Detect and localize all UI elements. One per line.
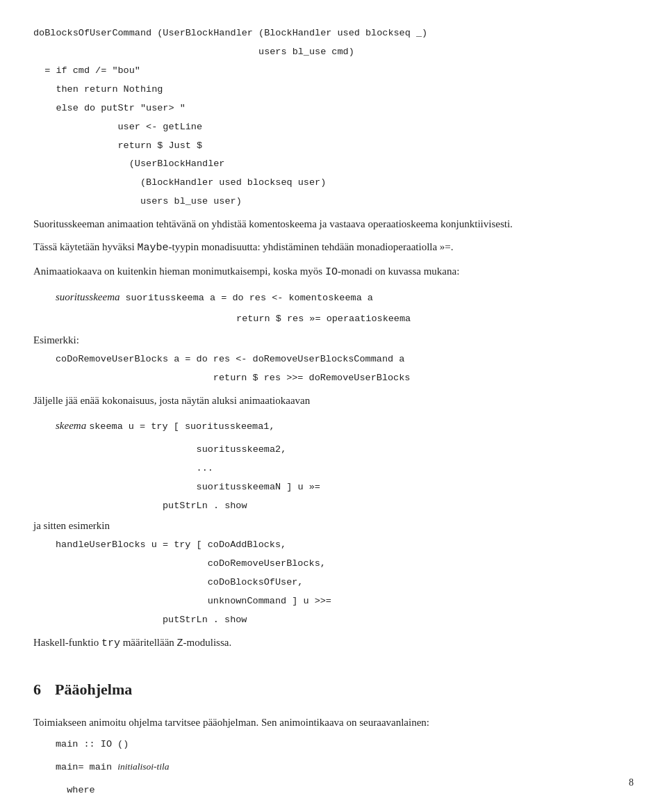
main-line-1: main :: IO () (56, 738, 634, 752)
section-title: Pääohjelma (55, 678, 132, 701)
main-line-2-italic: initialisoi-tila (117, 760, 169, 774)
code-line-5: else do putStr "user> " (33, 102, 634, 116)
haskell-note-start: Haskell-funktio (33, 637, 101, 648)
skeema-section: skeema skeema u = try [ suoritusskeema1,… (56, 416, 634, 514)
schema-section: suoritusskeema suoritusskeema a = do res… (56, 287, 634, 327)
skeema-line-1: skeema u = try [ suoritusskeema1, (89, 420, 274, 435)
paragraph-1: Suoritusskeeman animaation tehtävänä on … (33, 216, 634, 232)
para2-mono: Maybe (138, 242, 169, 254)
skeema-line-5: putStrLn . show (106, 499, 634, 514)
esimerkki-line-2: return $ res >>= doRemoveUserBlocks (56, 371, 634, 386)
haskell-note-mono1: try (101, 638, 120, 649)
esimerkki-label: Esimerkki: (33, 332, 634, 348)
skeema-line-4: suoritusskeemaN ] u »= (106, 480, 634, 495)
handle-code-block: handleUserBlocks u = try [ coDoAddBlocks… (56, 538, 634, 628)
paragraph-2: Tässä käytetään hyväksi Maybe-tyypin mon… (33, 239, 634, 256)
skeema-label: skeema (56, 418, 86, 434)
esimerkki-line-1: coDoRemoveUserBlocks a = do res <- doRem… (56, 352, 634, 367)
para2-text-end: -tyypin monadisuutta: yhdistäminen tehdä… (169, 241, 454, 252)
code-line-4: then return Nothing (33, 83, 634, 97)
skeema-line-3: ... (106, 462, 634, 476)
main-line-2-container: main= main initialisoi-tila (56, 756, 634, 779)
para3-text-start: Animaatiokaava on kuitenkin hieman monim… (33, 266, 325, 277)
code-line-10: users bl_use user) (33, 195, 634, 209)
handle-line-4: unknownCommand ] u >>= (56, 594, 634, 609)
handle-line-3: coDoBlocksOfUser, (56, 576, 634, 590)
code-line-9: (BlockHandler used blockseq user) (33, 176, 634, 190)
haskell-note-mono2: Z (177, 638, 183, 649)
paragraph-3: Animaatiokaava on kuitenkin hieman monim… (33, 263, 634, 280)
section-6-heading: 6 Pääohjelma (33, 678, 634, 708)
code-line-3: = if cmd /= "bou" (33, 64, 634, 79)
main-line-2-start: main= main (56, 761, 117, 775)
code-line-7: return $ Just $ (33, 139, 634, 154)
handle-line-2: coDoRemoveUserBlocks, (56, 557, 634, 571)
code-line-2: users bl_use cmd) (33, 45, 634, 60)
schema-code-2: return $ res »= operaatioskeema (124, 314, 411, 324)
paragraph-4: Jäljelle jää enää kokonaisuus, josta näy… (33, 393, 634, 409)
esimerkki-text: Esimerkki: (33, 334, 79, 346)
top-code-block: doBlocksOfUserCommand (UserBlockHandler … (33, 26, 634, 209)
esimerkki-code-block: coDoRemoveUserBlocks a = do res <- doRem… (56, 352, 634, 386)
ja-sitten-text: ja sitten esimerkin (33, 518, 634, 534)
schema-label: suoritusskeema (56, 289, 120, 305)
handle-line-5: putStrLn . show (56, 613, 634, 628)
code-line-1: doBlocksOfUserCommand (UserBlockHandler … (33, 26, 634, 41)
main-code-block: main :: IO () main= main initialisoi-til… (56, 738, 634, 798)
section-para: Toimiakseen animoitu ohjelma tarvitsee p… (33, 715, 634, 731)
para3-mono: IO (325, 266, 338, 278)
code-line-8: (UserBlockHandler (33, 157, 634, 172)
handle-line-1: handleUserBlocks u = try [ coDoAddBlocks… (56, 538, 634, 553)
code-line-6: user <- getLine (33, 120, 634, 135)
schema-code-1: suoritusskeema a = do res <- komentoskee… (126, 291, 373, 306)
skeema-line-2: suoritusskeema2, (106, 443, 634, 457)
section-number: 6 (33, 678, 41, 701)
para3-text-end: -monadi on kuvassa mukana: (338, 266, 459, 277)
haskell-note-mid: määritellään (120, 637, 177, 648)
haskell-note-end: -modulissa. (183, 637, 232, 648)
main-line-3: where (56, 783, 634, 798)
page-number: 8 (629, 775, 634, 790)
para2-text-start: Tässä käytetään hyväksi (33, 241, 138, 252)
haskell-note: Haskell-funktio try määritellään Z-modul… (33, 635, 634, 651)
